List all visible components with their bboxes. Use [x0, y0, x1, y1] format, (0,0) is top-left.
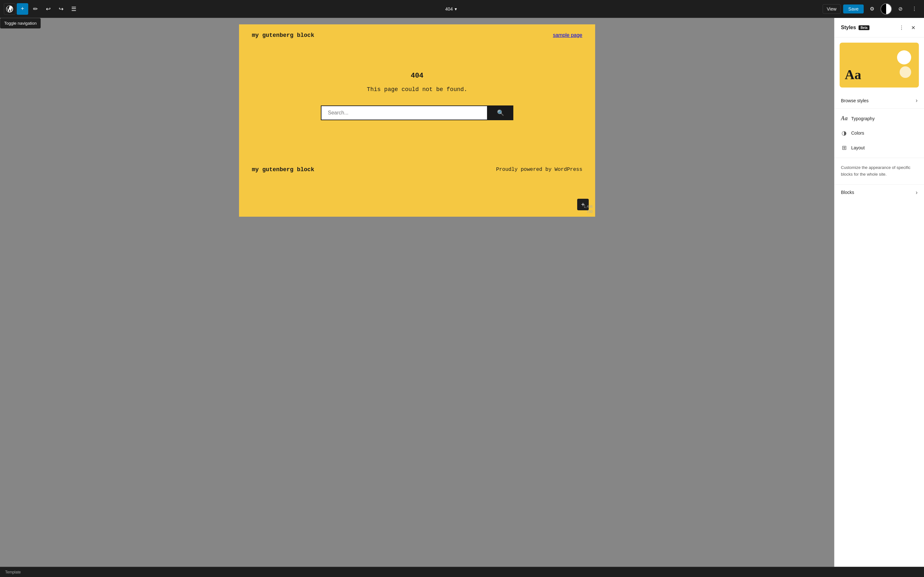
error-content: 404 This page could not be found. 🔍	[239, 46, 595, 146]
canvas-area: my gutenberg block sample page 404 This …	[0, 18, 834, 567]
help-icon: ⊘	[898, 6, 903, 12]
gear-icon: ⚙	[870, 6, 874, 12]
wp-logo-button[interactable]	[4, 3, 15, 15]
main-area: my gutenberg block sample page 404 This …	[0, 18, 924, 567]
preview-circle-2	[900, 66, 911, 78]
colors-icon: ◑	[841, 129, 847, 137]
site-title: my gutenberg block	[252, 32, 314, 39]
nav-link[interactable]: sample page	[553, 32, 582, 38]
site-footer: my gutenberg block Proudly powered by Wo…	[239, 159, 595, 181]
toggle-nav-tooltip: Toggle navigation	[0, 18, 41, 29]
sidebar-title: Styles	[841, 25, 856, 31]
browse-styles-row[interactable]: Browse styles ›	[835, 93, 924, 109]
error-message: This page could not be found.	[367, 86, 467, 93]
page-title-label: 404	[445, 6, 453, 11]
sidebar-header-left: Styles Beta	[841, 25, 869, 31]
search-input[interactable]	[321, 105, 488, 120]
colors-label: Colors	[851, 131, 864, 135]
colors-row[interactable]: ◑ Colors	[835, 126, 924, 140]
preview-text: Aa	[845, 67, 861, 82]
styles-sidebar: Styles Beta ⋮ ✕ Aa Browse styles ›	[834, 18, 924, 567]
close-icon: ✕	[911, 25, 915, 31]
list-view-button[interactable]: ☰	[68, 3, 79, 15]
list-view-icon: ☰	[71, 5, 76, 13]
undo-button[interactable]: ↩	[42, 3, 54, 15]
site-header: my gutenberg block sample page	[239, 24, 595, 46]
footer-site-title: my gutenberg block	[252, 166, 314, 173]
browse-styles-chevron-icon: ›	[916, 97, 918, 104]
coordinates-display: 1,436 730	[583, 204, 593, 214]
sidebar-more-icon: ⋮	[899, 25, 904, 31]
layout-label: Layout	[851, 145, 865, 150]
toolbar-center: 404 ▾	[81, 5, 821, 13]
page-title-button[interactable]: 404 ▾	[441, 5, 461, 13]
typography-label: Typography	[851, 116, 875, 121]
sidebar-close-button[interactable]: ✕	[909, 23, 918, 32]
status-label: Template	[5, 570, 21, 574]
add-block-button[interactable]: +	[17, 3, 28, 15]
redo-button[interactable]: ↪	[55, 3, 67, 15]
add-icon: +	[21, 5, 24, 12]
preview-circle-1	[897, 50, 911, 64]
main-toolbar: Toggle navigation + ✏ ↩ ↪ ☰ 404 ▾ View S	[0, 0, 924, 18]
site-nav: sample page	[553, 32, 582, 38]
error-code: 404	[411, 72, 423, 80]
sidebar-header-right: ⋮ ✕	[897, 23, 918, 32]
page-canvas: my gutenberg block sample page 404 This …	[239, 24, 595, 217]
toolbar-left: Toggle navigation + ✏ ↩ ↪ ☰	[4, 3, 79, 15]
footer-credit: Proudly powered by WordPress	[496, 167, 582, 172]
more-options-icon: ⋮	[912, 6, 917, 12]
search-container: 🔍	[321, 105, 513, 120]
layout-icon: ⊞	[841, 144, 847, 151]
sidebar-more-button[interactable]: ⋮	[897, 23, 906, 32]
sidebar-header: Styles Beta ⋮ ✕	[835, 18, 924, 37]
settings-button[interactable]: ⚙	[866, 3, 878, 15]
browse-styles-label: Browse styles	[841, 98, 869, 103]
typography-row[interactable]: Aa Typography	[835, 111, 924, 126]
layout-row[interactable]: ⊞ Layout	[835, 140, 924, 155]
blocks-chevron-icon: ›	[916, 189, 918, 196]
blocks-label: Blocks	[841, 190, 854, 195]
status-bar: Template	[0, 567, 924, 577]
beta-badge: Beta	[859, 25, 869, 30]
help-button[interactable]: ⊘	[895, 3, 906, 15]
edit-tool-button[interactable]: ✏	[29, 3, 41, 15]
contrast-icon	[881, 4, 891, 14]
contrast-toggle-button[interactable]	[880, 3, 892, 15]
save-button[interactable]: Save	[843, 5, 864, 13]
customize-description: Customize the appearance of specific blo…	[835, 158, 924, 185]
pencil-icon: ✏	[33, 5, 38, 13]
search-icon: 🔍	[497, 109, 504, 116]
more-options-button[interactable]: ⋮	[909, 3, 920, 15]
view-button[interactable]: View	[822, 4, 841, 14]
wp-logo-icon	[6, 5, 13, 13]
chevron-down-icon: ▾	[455, 6, 457, 11]
redo-icon: ↪	[59, 5, 63, 13]
style-preview-card[interactable]: Aa	[840, 43, 919, 87]
sidebar-section-items: Aa Typography ◑ Colors ⊞ Layout	[835, 109, 924, 158]
search-submit-button[interactable]: 🔍	[488, 105, 513, 120]
blocks-row[interactable]: Blocks ›	[835, 185, 924, 200]
toolbar-right: View Save ⚙ ⊘ ⋮	[822, 3, 920, 15]
typography-icon: Aa	[841, 115, 847, 122]
undo-icon: ↩	[46, 5, 51, 13]
